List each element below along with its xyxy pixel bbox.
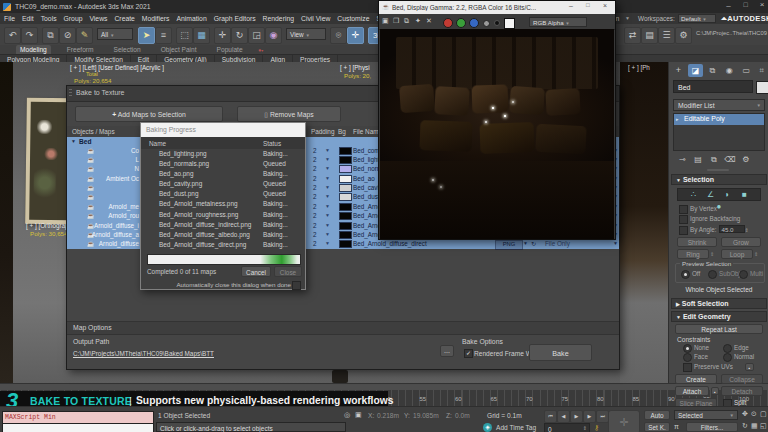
unlink-selection-icon[interactable]: ⊘ <box>59 27 76 44</box>
bg-color-swatch[interactable] <box>339 165 352 173</box>
object-name-field[interactable]: Bed <box>673 80 753 93</box>
create-button[interactable]: Create <box>675 374 717 384</box>
attach-list-button[interactable]: ▪ <box>711 387 719 395</box>
rfw-close-icon[interactable]: × <box>603 2 607 9</box>
select-and-manipulate-icon[interactable]: ✛ <box>347 27 364 44</box>
set-key-button[interactable]: Set K. <box>644 422 670 432</box>
modifier-list-dropdown[interactable]: Modifier List▼ <box>673 99 765 111</box>
workspace-dropdown[interactable]: Default ▼ <box>678 14 716 23</box>
padding-caret-icon[interactable]: ▼ <box>325 212 330 218</box>
padding-caret-icon[interactable]: ▼ <box>325 147 330 153</box>
close-button[interactable]: × <box>756 0 768 9</box>
padding-caret-icon[interactable]: ▼ <box>325 184 330 190</box>
vertex-subobject-icon[interactable]: ∴ <box>686 189 701 201</box>
preserve-uvs-checkbox[interactable] <box>683 363 692 372</box>
channel-display-dropdown[interactable]: RGB Alpha ▼ <box>529 17 587 27</box>
project-folder-dropdown[interactable]: C:\JM\Projec..Theia\THC09 ▼ <box>696 30 768 36</box>
menu-item[interactable]: Group <box>64 15 83 22</box>
ribbon-extra-icon[interactable]: ⏺▾ <box>259 47 264 53</box>
window-crossing-icon[interactable]: ▦ <box>193 27 210 44</box>
progress-row[interactable]: Bed_normals.png Queued <box>141 159 305 169</box>
loop-button[interactable]: Loop <box>721 249 753 259</box>
by-angle-checkbox[interactable] <box>679 226 688 235</box>
rectangular-selection-region-icon[interactable]: ⬚ <box>176 27 193 44</box>
add-maps-button[interactable]: + Add Maps to Selection <box>75 106 223 122</box>
file-name-value[interactable]: Bed_Arnold_diffuse_direct <box>353 240 427 247</box>
col-bg[interactable]: Bg <box>338 128 346 135</box>
bg-color-swatch[interactable] <box>339 193 352 201</box>
padding-caret-icon[interactable]: ▼ <box>325 222 330 228</box>
play-icon[interactable]: ▶ <box>570 410 583 423</box>
ignore-backfacing-checkbox[interactable] <box>679 215 688 224</box>
menu-item[interactable]: Civil View <box>301 15 330 22</box>
padding-caret-icon[interactable]: ▼ <box>325 240 330 246</box>
progress-col-status[interactable]: Status <box>263 140 281 147</box>
bg-color-swatch[interactable] <box>339 240 352 248</box>
bg-color-swatch[interactable] <box>339 156 352 164</box>
rfw-maximize-icon[interactable]: □ <box>586 2 590 8</box>
y-coord-value[interactable]: 19.085m <box>413 412 439 419</box>
bg-color-swatch[interactable] <box>339 231 352 239</box>
by-angle-field[interactable]: 45.0 <box>719 225 745 233</box>
padding-value[interactable]: 2 <box>313 184 317 191</box>
select-and-place-icon[interactable]: ◉ <box>265 27 282 44</box>
repeat-last-button[interactable]: Repeat Last <box>675 324 763 334</box>
zoom-extents-icon[interactable]: ▢ <box>760 410 767 418</box>
ring-button[interactable]: Ring <box>677 249 709 259</box>
cancel-button[interactable]: Cancel <box>241 266 271 277</box>
padding-caret-icon[interactable]: ▼ <box>325 175 330 181</box>
save-image-icon[interactable]: ▣ <box>382 17 389 25</box>
padding-value[interactable]: 2 <box>313 147 317 154</box>
redo-icon[interactable]: ↷ <box>21 27 38 44</box>
constraint-edge-radio[interactable] <box>723 344 732 353</box>
use-pivot-point-icon[interactable]: ⌾ <box>330 27 347 44</box>
maximize-viewport-icon[interactable]: ◱ <box>760 422 767 430</box>
preview-subobj-radio[interactable] <box>708 270 717 279</box>
zoom-region-icon[interactable]: ▦ <box>751 422 758 430</box>
progress-row[interactable]: Bed_Arnold_diffuse_direct.png Baking... <box>141 240 305 250</box>
progress-col-name[interactable]: Name <box>149 140 166 147</box>
menu-item[interactable]: Rendering <box>263 15 294 22</box>
isolate-selection-toggle-icon[interactable]: ◎ <box>344 411 350 419</box>
green-channel-icon[interactable] <box>456 18 466 28</box>
modifier-stack-row[interactable]: ▸ Editable Poly <box>674 114 764 125</box>
red-channel-icon[interactable] <box>443 18 453 28</box>
detach-button[interactable]: Detach <box>721 386 763 396</box>
rendered-frame-window-checkbox[interactable]: ✓ <box>464 349 473 358</box>
edge-subobject-icon[interactable]: ∠ <box>703 189 718 201</box>
loop-spinner[interactable]: ⇕ <box>754 251 758 257</box>
mirror-icon[interactable]: ⇄ <box>624 27 641 44</box>
orbit-view-icon[interactable]: ↻ <box>742 422 748 430</box>
go-to-start-icon[interactable]: ⏮ <box>544 410 557 423</box>
alpha-channel-icon[interactable] <box>483 20 490 27</box>
layer-manager-icon[interactable]: ☰ <box>658 27 675 44</box>
progress-row[interactable]: Bed_Arnold_diffuse_albedo.png Baking... <box>141 230 305 240</box>
progress-row[interactable]: Bed_cavity.png Queued <box>141 179 305 189</box>
padding-caret-icon[interactable]: ▼ <box>325 231 330 237</box>
menu-item[interactable]: Graph Editors <box>214 15 256 22</box>
bg-color-swatch[interactable] <box>339 175 352 183</box>
padding-value[interactable]: 2 <box>313 203 317 210</box>
padding-value[interactable]: 2 <box>313 240 317 247</box>
rendered-image[interactable] <box>380 29 614 239</box>
modifier-stack[interactable]: ▸ Editable Poly <box>673 113 765 151</box>
motion-tab-icon[interactable]: ◉ <box>722 64 737 77</box>
padding-caret-icon[interactable]: ▼ <box>325 156 330 162</box>
padding-caret-icon[interactable]: ▼ <box>325 193 330 199</box>
soft-selection-rollout-header[interactable]: ▶ Soft Selection <box>671 298 767 309</box>
menu-item[interactable]: Views <box>89 15 107 22</box>
shrink-button[interactable]: Shrink <box>677 237 717 247</box>
select-link-icon[interactable]: ⧉ <box>42 27 59 44</box>
auto-close-checkbox[interactable] <box>292 281 301 290</box>
x-coord-value[interactable]: 0.218m <box>377 412 399 419</box>
padding-value[interactable]: 2 <box>313 175 317 182</box>
add-time-tag-label[interactable]: Add Time Tag <box>496 424 536 431</box>
padding-value[interactable]: 2 <box>313 222 317 229</box>
key-filters-icon[interactable]: π <box>674 423 679 430</box>
select-and-rotate-icon[interactable]: ↻ <box>231 27 248 44</box>
progress-row[interactable]: Bed_dust.png Queued <box>141 189 305 199</box>
minimize-button[interactable]: – <box>722 1 735 10</box>
key-mode-icon[interactable]: ⚷ <box>594 424 599 432</box>
clone-rfw-icon[interactable]: ⧉ <box>404 17 409 25</box>
reference-coordinate-dropdown[interactable]: View ▼ <box>286 28 326 40</box>
